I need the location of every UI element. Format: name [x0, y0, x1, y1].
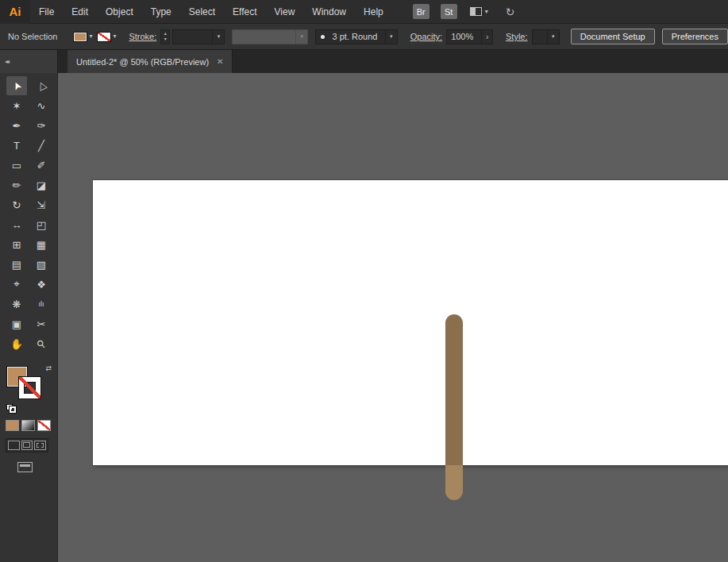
tool-perspective-grid[interactable]: ▦	[31, 235, 52, 254]
pencil-tool-icon: ✏	[13, 179, 21, 191]
width-profile-dropdown: ▾	[232, 29, 308, 44]
control-bar: No Selection ▾ ▾ Stroke: ▴ ▾ ▾ ▾ 3 pt. R…	[0, 24, 728, 50]
tool-free-transform[interactable]: ◰	[31, 215, 52, 234]
gradient-button[interactable]	[21, 420, 35, 431]
menu-item-object[interactable]: Object	[97, 0, 142, 24]
tool-direct-selection[interactable]: ▷	[31, 76, 52, 95]
tool-eraser[interactable]: ◪	[31, 175, 52, 194]
sync-settings-icon[interactable]: ↻	[506, 6, 515, 18]
default-fill-stroke-button[interactable]	[6, 404, 17, 413]
rotate-tool-icon: ↻	[13, 199, 21, 211]
stroke-none-swatch[interactable]	[97, 32, 111, 42]
tool-pen[interactable]: ✒	[6, 116, 27, 135]
artboard[interactable]	[93, 180, 728, 465]
menu-item-select[interactable]: Select	[180, 0, 224, 24]
menu-item-file[interactable]: File	[30, 0, 63, 24]
menu-item-effect[interactable]: Effect	[224, 0, 265, 24]
tool-mesh[interactable]: ▤	[6, 255, 27, 274]
tools-grid: ➤ ▷ ✶ ∿ ✒ ✑ T ╱ ▭ ✐ ✏ ◪ ↻ ⇲ ↔ ◰ ⊞ ▦ ▤ ▧ …	[0, 73, 57, 353]
perspective-grid-tool-icon: ▦	[37, 239, 46, 251]
stepper-down-icon[interactable]: ▾	[164, 37, 167, 42]
menu-item-edit[interactable]: Edit	[63, 0, 97, 24]
gradient-tool-icon: ▧	[37, 259, 46, 271]
slice-tool-icon: ✂	[37, 318, 46, 330]
menu-item-type[interactable]: Type	[142, 0, 180, 24]
shape-builder-tool-icon: ⊞	[13, 239, 21, 251]
style-label[interactable]: Style:	[506, 32, 528, 41]
stroke-weight-stepper[interactable]: ▴ ▾	[160, 29, 170, 44]
tool-slice[interactable]: ✂	[31, 314, 52, 333]
close-icon[interactable]: ✕	[217, 57, 223, 66]
tool-blend[interactable]: ❖	[31, 275, 52, 294]
workspace-switcher[interactable]: ▾	[470, 7, 488, 16]
chevron-down-icon[interactable]: ▾	[212, 30, 224, 44]
chevron-down-icon[interactable]: ▾	[547, 30, 559, 44]
tool-scale[interactable]: ⇲	[31, 195, 52, 214]
tool-rotate[interactable]: ↻	[6, 195, 27, 214]
width-tool-icon: ↔	[12, 219, 22, 231]
stroke-weight-dropdown[interactable]: ▾	[172, 29, 225, 44]
preferences-button[interactable]: Preferences	[662, 29, 728, 44]
scale-tool-icon: ⇲	[37, 199, 46, 211]
opacity-value: 100%	[451, 32, 473, 41]
fill-swatch[interactable]	[73, 32, 87, 42]
tool-lasso[interactable]: ∿	[31, 96, 52, 115]
tool-eyedropper[interactable]: ⌖	[6, 275, 27, 294]
menu-item-help[interactable]: Help	[355, 0, 392, 24]
chevron-down-icon[interactable]: ▾	[385, 30, 397, 44]
bridge-button[interactable]: Br	[413, 4, 429, 19]
tool-zoom[interactable]: ⚲	[31, 334, 52, 353]
tool-artboard[interactable]: ▣	[6, 314, 27, 333]
tool-width[interactable]: ↔	[6, 215, 27, 234]
artwork-stick-tip[interactable]	[445, 465, 463, 500]
graphic-style-dropdown[interactable]: ▾	[532, 29, 560, 44]
stepper-up-icon[interactable]: ▴	[164, 31, 167, 37]
none-slash-icon	[19, 377, 40, 398]
brush-name: 3 pt. Round	[325, 32, 385, 41]
stroke-color-picker[interactable]: ▾	[97, 32, 116, 42]
stroke-label[interactable]: Stroke:	[129, 32, 156, 41]
draw-behind-icon[interactable]	[21, 441, 33, 450]
document-tab-title: Untitled-2* @ 50% (RGB/Preview)	[76, 57, 209, 67]
swap-fill-stroke-icon[interactable]: ⇄	[45, 364, 52, 372]
color-button[interactable]	[6, 420, 19, 431]
draw-normal-icon[interactable]	[8, 441, 20, 450]
selection-tool-icon: ➤	[10, 79, 24, 92]
tool-hand[interactable]: ✋	[6, 334, 27, 353]
tool-curvature[interactable]: ✑	[31, 116, 52, 135]
menu-item-window[interactable]: Window	[303, 0, 355, 24]
tool-selection[interactable]: ➤	[6, 76, 27, 95]
toolbar-collapse-button[interactable]: ◂◂	[0, 50, 58, 73]
tool-rectangle[interactable]: ▭	[6, 156, 27, 175]
none-button[interactable]	[37, 420, 51, 431]
brush-definition-dropdown[interactable]: 3 pt. Round ▾	[315, 29, 398, 44]
mesh-tool-icon: ▤	[12, 259, 21, 271]
draw-inside-icon[interactable]	[34, 441, 46, 450]
chevron-down-icon: ▾	[295, 30, 307, 44]
artwork-stick-body[interactable]	[445, 314, 463, 465]
tool-paintbrush[interactable]: ✐	[31, 156, 52, 175]
tool-gradient[interactable]: ▧	[31, 255, 52, 274]
opacity-dropdown-arrow[interactable]: ›	[482, 29, 493, 44]
tool-line-segment[interactable]: ╱	[31, 136, 52, 155]
opacity-label[interactable]: Opacity:	[410, 32, 442, 41]
menu-item-view[interactable]: View	[266, 0, 304, 24]
chevron-down-icon: ▾	[485, 9, 488, 15]
tool-pencil[interactable]: ✏	[6, 175, 27, 194]
document-tab[interactable]: Untitled-2* @ 50% (RGB/Preview) ✕	[67, 50, 233, 73]
screen-mode-button[interactable]	[17, 462, 33, 472]
tool-symbol-sprayer[interactable]: ❋	[6, 294, 27, 314]
menu-bar: Ai File Edit Object Type Select Effect V…	[0, 0, 728, 24]
fill-color-picker[interactable]: ▾	[73, 32, 92, 42]
stock-button[interactable]: St	[441, 4, 457, 19]
tools-panel: ➤ ▷ ✶ ∿ ✒ ✑ T ╱ ▭ ✐ ✏ ◪ ↻ ⇲ ↔ ◰ ⊞ ▦ ▤ ▧ …	[0, 73, 58, 562]
tool-column-graph[interactable]: ılı	[31, 294, 52, 314]
document-setup-button[interactable]: Document Setup	[571, 29, 655, 44]
tool-type[interactable]: T	[6, 136, 27, 155]
fill-stroke-widget: ⇄	[6, 366, 52, 402]
canvas-area[interactable]	[58, 73, 728, 562]
opacity-input[interactable]: 100%	[446, 29, 482, 44]
tool-magic-wand[interactable]: ✶	[6, 96, 27, 115]
stroke-color-box[interactable]	[19, 377, 40, 398]
tool-shape-builder[interactable]: ⊞	[6, 235, 27, 254]
